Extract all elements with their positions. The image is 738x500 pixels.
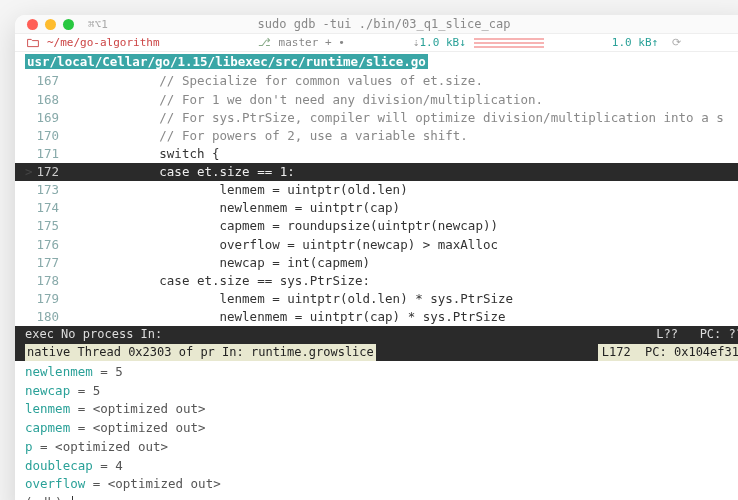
terminal-window: ⌘⌥1 sudo gdb -tui ./bin/03_q1_slice_cap … bbox=[15, 15, 738, 500]
titlebar: ⌘⌥1 sudo gdb -tui ./bin/03_q1_slice_cap bbox=[15, 15, 738, 34]
gdb-var-name: newcap bbox=[25, 383, 70, 398]
close-icon[interactable] bbox=[27, 19, 38, 30]
gdb-variable: lenmem = <optimized out> bbox=[25, 400, 738, 419]
source-line: 168 // For 1 we don't need any division/… bbox=[15, 91, 738, 109]
cwd-path: ~/me/go-algorithm bbox=[47, 36, 160, 49]
source-line: 180 newlenmem = uintptr(cap) * sys.PtrSi… bbox=[15, 308, 738, 326]
source-text: newcap = int(capmem) bbox=[69, 254, 370, 272]
source-line: 167 // Specialize for common values of e… bbox=[15, 72, 738, 90]
gdb-variable: newlenmem = 5 bbox=[25, 363, 738, 382]
source-text: capmem = roundupsize(uintptr(newcap)) bbox=[69, 217, 498, 235]
breakpoint-marker bbox=[25, 181, 33, 199]
status-infobar: ~/me/go-algorithm ⎇ master + • ⇣1.0 kB↓ … bbox=[15, 34, 738, 52]
breakpoint-marker bbox=[25, 217, 33, 235]
minimize-icon[interactable] bbox=[45, 19, 56, 30]
source-line: 178 case et.size == sys.PtrSize: bbox=[15, 272, 738, 290]
gdb-var-value: 5 bbox=[93, 383, 101, 398]
gdb-var-name: lenmem bbox=[25, 401, 70, 416]
network-sparkline bbox=[474, 38, 544, 48]
line-number: 180 bbox=[33, 308, 69, 326]
net-down: ⇣1.0 kB↓ bbox=[413, 36, 466, 49]
gdb-var-value: <optimized out> bbox=[108, 476, 221, 491]
source-line: 174 newlenmem = uintptr(cap) bbox=[15, 199, 738, 217]
line-number: 174 bbox=[33, 199, 69, 217]
source-text: // For powers of 2, use a variable shift… bbox=[69, 127, 468, 145]
sync-icon: ⟳ bbox=[672, 36, 681, 49]
gdb-var-name: overflow bbox=[25, 476, 85, 491]
source-pane[interactable]: usr/local/Cellar/go/1.15/libexec/src/run… bbox=[15, 52, 738, 326]
breakpoint-marker bbox=[25, 254, 33, 272]
source-line: 177 newcap = int(capmem) bbox=[15, 254, 738, 272]
source-text: // For 1 we don't need any division/mult… bbox=[69, 91, 543, 109]
source-filepath: usr/local/Cellar/go/1.15/libexec/src/run… bbox=[15, 52, 738, 72]
gdb-var-name: doublecap bbox=[25, 458, 93, 473]
source-line: 175 capmem = roundupsize(uintptr(newcap)… bbox=[15, 217, 738, 235]
gdb-var-value: <optimized out> bbox=[55, 439, 168, 454]
gdb-prompt[interactable]: (gdb) bbox=[25, 494, 738, 500]
source-line: 179 lenmem = uintptr(old.len) * sys.PtrS… bbox=[15, 290, 738, 308]
gdb-var-value: 4 bbox=[115, 458, 123, 473]
source-line: 171 switch { bbox=[15, 145, 738, 163]
line-number: 172 bbox=[33, 163, 69, 181]
window-controls bbox=[27, 19, 74, 30]
source-text: lenmem = uintptr(old.len) * sys.PtrSize bbox=[69, 290, 513, 308]
gdb-variable: capmem = <optimized out> bbox=[25, 419, 738, 438]
source-text: // Specialize for common values of et.si… bbox=[69, 72, 483, 90]
source-line: 170 // For powers of 2, use a variable s… bbox=[15, 127, 738, 145]
source-line: 173 lenmem = uintptr(old.len) bbox=[15, 181, 738, 199]
gdb-var-value: 5 bbox=[115, 364, 123, 379]
source-line: 169 // For sys.PtrSize, compiler will op… bbox=[15, 109, 738, 127]
breakpoint-marker bbox=[25, 127, 33, 145]
titlebar-shortcut: ⌘⌥1 bbox=[88, 18, 108, 31]
breakpoint-marker: > bbox=[25, 163, 33, 181]
line-number: 178 bbox=[33, 272, 69, 290]
source-text: case et.size == sys.PtrSize: bbox=[69, 272, 370, 290]
status-row-thread: native Thread 0x2303 of pr In: runtime.g… bbox=[15, 344, 738, 361]
status-row-exec: exec No process In: L?? PC: ?? bbox=[15, 326, 738, 343]
breakpoint-marker bbox=[25, 91, 33, 109]
line-number: 170 bbox=[33, 127, 69, 145]
breakpoint-marker bbox=[25, 72, 33, 90]
source-text: overflow = uintptr(newcap) > maxAlloc bbox=[69, 236, 498, 254]
breakpoint-marker bbox=[25, 236, 33, 254]
branch-label: master + • bbox=[279, 36, 345, 49]
line-number: 169 bbox=[33, 109, 69, 127]
source-text: newlenmem = uintptr(cap) bbox=[69, 199, 400, 217]
line-number: 175 bbox=[33, 217, 69, 235]
breakpoint-marker bbox=[25, 308, 33, 326]
source-text: // For sys.PtrSize, compiler will optimi… bbox=[69, 109, 724, 127]
breakpoint-marker bbox=[25, 290, 33, 308]
gdb-statusbar: exec No process In: L?? PC: ?? native Th… bbox=[15, 326, 738, 361]
breakpoint-marker bbox=[25, 199, 33, 217]
gdb-variable: newcap = 5 bbox=[25, 382, 738, 401]
source-text: newlenmem = uintptr(cap) * sys.PtrSize bbox=[69, 308, 506, 326]
line-number: 168 bbox=[33, 91, 69, 109]
gdb-var-value: <optimized out> bbox=[93, 420, 206, 435]
source-line: 176 overflow = uintptr(newcap) > maxAllo… bbox=[15, 236, 738, 254]
window-title: sudo gdb -tui ./bin/03_q1_slice_cap bbox=[15, 17, 738, 31]
gdb-var-name: capmem bbox=[25, 420, 70, 435]
breakpoint-marker bbox=[25, 109, 33, 127]
gdb-variable: overflow = <optimized out> bbox=[25, 475, 738, 494]
source-text: switch { bbox=[69, 145, 220, 163]
gdb-variable: p = <optimized out> bbox=[25, 438, 738, 457]
net-up: 1.0 kB↑ bbox=[612, 36, 658, 49]
line-number: 176 bbox=[33, 236, 69, 254]
cursor-icon bbox=[72, 496, 73, 500]
gdb-console[interactable]: newlenmem = 5newcap = 5lenmem = <optimiz… bbox=[15, 361, 738, 500]
gdb-variable: doublecap = 4 bbox=[25, 457, 738, 476]
source-text: lenmem = uintptr(old.len) bbox=[69, 181, 408, 199]
gdb-var-value: <optimized out> bbox=[93, 401, 206, 416]
zoom-icon[interactable] bbox=[63, 19, 74, 30]
line-number: 167 bbox=[33, 72, 69, 90]
gdb-var-name: newlenmem bbox=[25, 364, 93, 379]
line-number: 179 bbox=[33, 290, 69, 308]
line-number: 177 bbox=[33, 254, 69, 272]
breakpoint-marker bbox=[25, 145, 33, 163]
source-line: >172 case et.size == 1: bbox=[15, 163, 738, 181]
branch-icon: ⎇ bbox=[258, 36, 271, 49]
folder-icon bbox=[27, 38, 39, 48]
breakpoint-marker bbox=[25, 272, 33, 290]
gdb-var-name: p bbox=[25, 439, 33, 454]
line-number: 171 bbox=[33, 145, 69, 163]
